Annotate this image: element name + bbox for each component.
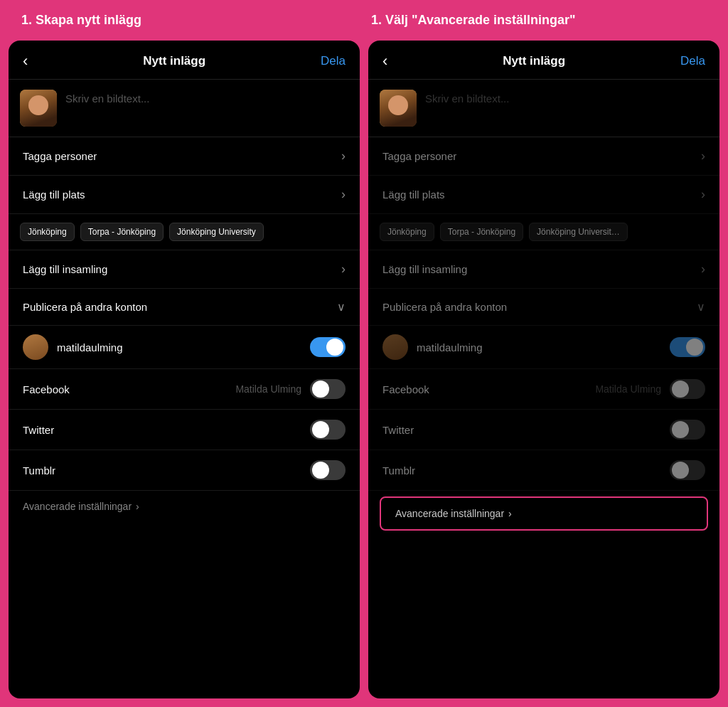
advanced-chevron-icon-left: › [136, 501, 139, 512]
screen-right: ‹ Nytt inlägg Dela Skriv en bildtext... … [368, 41, 719, 698]
tumblr-row-right: Tumblr [368, 450, 719, 491]
caption-input-right[interactable]: Skriv en bildtext... [425, 90, 509, 105]
post-compose-area-left: Skriv en bildtext... [9, 80, 360, 137]
facebook-username-right: Matilda Ulming [595, 383, 661, 395]
instagram-toggle-right[interactable] [670, 337, 705, 357]
screen-right-title: Nytt inlägg [503, 54, 565, 68]
facebook-label-right: Facebook [382, 383, 429, 395]
screen-left: ‹ Nytt inlägg Dela Skriv en bildtext... … [9, 41, 360, 698]
step-label-right: 1. Välj "Avancerade inställningar" [364, 7, 714, 33]
instagram-row-right: matildaulming [368, 326, 719, 369]
location-chips-left: Jönköping Torpa - Jönköping Jönköping Un… [9, 214, 360, 250]
add-collection-item-right[interactable]: Lägg till insamling › [368, 250, 719, 289]
caption-input-left[interactable]: Skriv en bildtext... [65, 90, 149, 105]
instagram-avatar-left [23, 334, 48, 360]
facebook-toggle-left[interactable] [310, 379, 346, 399]
tag-people-item-left[interactable]: Tagga personer › [9, 137, 360, 176]
chip-university[interactable]: Jönköping University [169, 223, 264, 241]
screen-left-header: ‹ Nytt inlägg Dela [9, 41, 360, 80]
post-compose-area-right: Skriv en bildtext... [368, 80, 719, 137]
chevron-down-icon: ∨ [337, 300, 346, 314]
chip-jonkoping[interactable]: Jönköping [20, 223, 75, 241]
chevron-right-icon: › [341, 187, 346, 202]
advanced-settings-left[interactable]: Avancerade inställningar › [9, 491, 360, 522]
publish-header-right[interactable]: Publicera på andra konton ∨ [368, 289, 719, 326]
chevron-right-icon: › [341, 149, 346, 164]
facebook-username-left: Matilda Ulming [235, 383, 301, 395]
tumblr-label-right: Tumblr [382, 464, 415, 477]
chevron-right-icon: › [341, 262, 346, 277]
share-button-left[interactable]: Dela [321, 54, 346, 68]
twitter-row-right: Twitter [368, 410, 719, 450]
twitter-label-right: Twitter [382, 424, 414, 436]
chevron-down-icon: ∨ [697, 300, 705, 314]
twitter-row-left: Twitter [9, 410, 360, 450]
facebook-row-right: Facebook Matilda Ulming [368, 369, 719, 410]
share-button-right[interactable]: Dela [680, 54, 705, 68]
instagram-username-left: matildaulming [57, 341, 123, 354]
facebook-label-left: Facebook [23, 383, 70, 395]
step-label-left: 1. Skapa nytt inlägg [14, 7, 364, 33]
facebook-row-left: Facebook Matilda Ulming [9, 369, 360, 410]
tumblr-toggle-right[interactable] [670, 460, 705, 480]
instagram-avatar-right [382, 334, 408, 360]
advanced-settings-label-left: Avancerade inställningar [23, 501, 132, 512]
twitter-toggle-left[interactable] [310, 420, 346, 440]
facebook-toggle-right[interactable] [670, 379, 705, 399]
advanced-settings-right[interactable]: Avancerade inställningar › [380, 496, 708, 531]
chevron-right-icon: › [701, 149, 705, 164]
user-avatar-left [20, 90, 57, 127]
chip-jonkoping-r[interactable]: Jönköping [380, 223, 434, 241]
advanced-chevron-icon-right: › [508, 508, 512, 519]
tumblr-toggle-left[interactable] [310, 460, 346, 480]
tumblr-row-left: Tumblr [9, 450, 360, 491]
add-location-item-left[interactable]: Lägg till plats › [9, 176, 360, 214]
advanced-settings-label-right: Avancerade inställningar [395, 508, 504, 519]
tag-people-item-right[interactable]: Tagga personer › [368, 137, 719, 176]
instagram-row-left: matildaulming [9, 326, 360, 369]
instagram-username-right: matildaulming [417, 341, 483, 354]
chip-torpa[interactable]: Torpa - Jönköping [80, 223, 164, 241]
twitter-label-left: Twitter [23, 424, 54, 436]
publish-header-left[interactable]: Publicera på andra konton ∨ [9, 289, 360, 326]
screen-left-title: Nytt inlägg [143, 54, 205, 68]
chevron-right-icon: › [701, 187, 705, 202]
location-chips-right: Jönköping Torpa - Jönköping Jönköping Un… [368, 214, 719, 250]
chip-torpa-r[interactable]: Torpa - Jönköping [440, 223, 523, 241]
twitter-toggle-right[interactable] [670, 420, 705, 440]
chip-university-r[interactable]: Jönköping Universit… [529, 223, 628, 241]
instagram-toggle-left[interactable] [310, 337, 346, 357]
add-collection-item-left[interactable]: Lägg till insamling › [9, 250, 360, 289]
tumblr-label-left: Tumblr [23, 464, 55, 477]
add-location-item-right[interactable]: Lägg till plats › [368, 176, 719, 214]
back-button-left[interactable]: ‹ [23, 52, 28, 70]
back-button-right[interactable]: ‹ [382, 52, 387, 70]
screen-right-header: ‹ Nytt inlägg Dela [368, 41, 719, 80]
chevron-right-icon: › [701, 262, 705, 277]
user-avatar-right [380, 90, 417, 127]
